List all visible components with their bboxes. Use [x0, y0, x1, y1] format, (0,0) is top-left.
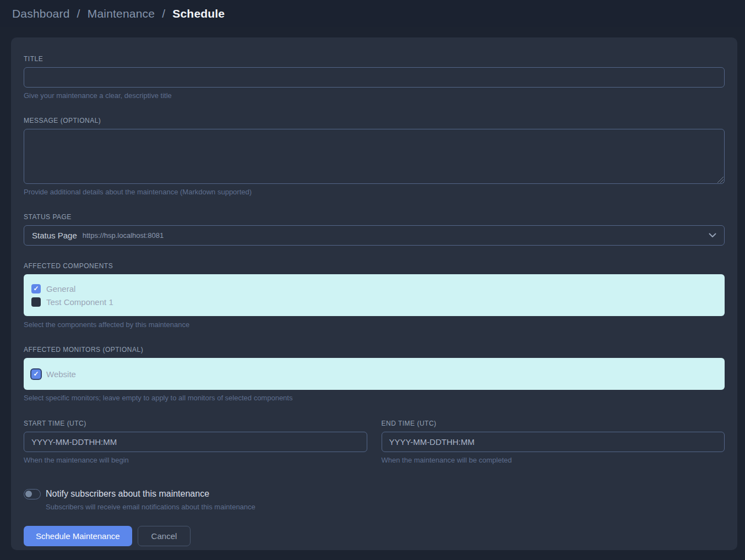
start-time-input[interactable]: [24, 432, 367, 452]
affected-monitors-helper: Select specific monitors; leave empty to…: [24, 394, 725, 402]
action-buttons: Schedule Maintenance Cancel: [24, 526, 725, 546]
end-time-section: END TIME (UTC) When the maintenance will…: [382, 420, 725, 464]
message-label: MESSAGE (OPTIONAL): [24, 117, 725, 124]
notify-label: Notify subscribers about this maintenanc…: [46, 488, 255, 500]
start-time-helper: When the maintenance will begin: [24, 456, 367, 464]
start-time-section: START TIME (UTC) When the maintenance wi…: [24, 420, 367, 464]
status-page-select[interactable]: Status Page https://hsp.localhost:8081: [24, 225, 725, 246]
end-time-label: END TIME (UTC): [382, 420, 725, 427]
schedule-maintenance-button[interactable]: Schedule Maintenance: [24, 526, 132, 546]
notify-text-block: Notify subscribers about this maintenanc…: [46, 488, 255, 511]
checkbox-icon[interactable]: [31, 369, 41, 379]
component-option-row[interactable]: General: [31, 282, 717, 295]
component-option-label: Test Component 1: [46, 297, 113, 307]
affected-monitors-box: Website: [24, 358, 725, 390]
message-textarea-wrap: [24, 129, 725, 184]
time-row: START TIME (UTC) When the maintenance wi…: [24, 420, 725, 464]
monitor-option-label: Website: [46, 369, 76, 379]
breadcrumb: Dashboard / Maintenance / Schedule: [12, 7, 733, 20]
breadcrumb-link-maintenance[interactable]: Maintenance: [88, 7, 155, 20]
cancel-button[interactable]: Cancel: [138, 526, 191, 546]
title-helper: Give your maintenance a clear, descripti…: [24, 92, 725, 100]
notify-toggle[interactable]: [24, 489, 41, 499]
title-label: TITLE: [24, 55, 725, 63]
title-section: TITLE Give your maintenance a clear, des…: [24, 55, 725, 100]
message-helper: Provide additional details about the mai…: [24, 188, 725, 196]
breadcrumb-link-dashboard[interactable]: Dashboard: [12, 7, 70, 20]
affected-monitors-section: AFFECTED MONITORS (OPTIONAL) Website Sel…: [24, 346, 725, 402]
chevron-down-icon: [709, 233, 716, 238]
status-page-section: STATUS PAGE Status Page https://hsp.loca…: [24, 213, 725, 246]
status-page-selected-name: Status Page: [32, 231, 77, 240]
status-page-selected-url: https://hsp.localhost:8081: [83, 231, 164, 240]
affected-monitors-label: AFFECTED MONITORS (OPTIONAL): [24, 346, 725, 354]
breadcrumb-separator: /: [162, 7, 165, 20]
end-time-helper: When the maintenance will be completed: [382, 456, 725, 464]
message-textarea[interactable]: [24, 129, 725, 184]
monitor-option-row[interactable]: Website: [31, 367, 717, 380]
checkbox-icon[interactable]: [31, 284, 41, 293]
checkbox-icon[interactable]: [31, 297, 41, 307]
affected-components-label: AFFECTED COMPONENTS: [24, 262, 725, 270]
component-option-row[interactable]: Test Component 1: [31, 295, 717, 308]
start-time-label: START TIME (UTC): [24, 420, 367, 427]
breadcrumb-separator: /: [77, 7, 80, 20]
component-option-label: General: [46, 284, 75, 293]
message-section: MESSAGE (OPTIONAL) Provide additional de…: [24, 117, 725, 196]
affected-components-box: General Test Component 1: [24, 274, 725, 316]
schedule-maintenance-form-card: TITLE Give your maintenance a clear, des…: [11, 37, 737, 550]
end-time-input[interactable]: [382, 432, 725, 452]
notify-section: Notify subscribers about this maintenanc…: [24, 488, 725, 511]
status-page-label: STATUS PAGE: [24, 213, 725, 221]
affected-components-helper: Select the components affected by this m…: [24, 321, 725, 329]
notify-helper: Subscribers will receive email notificat…: [46, 503, 255, 511]
toggle-knob-icon: [25, 491, 32, 497]
affected-components-section: AFFECTED COMPONENTS General Test Compone…: [24, 262, 725, 329]
title-input[interactable]: [24, 67, 725, 88]
breadcrumb-current-schedule: Schedule: [172, 7, 225, 20]
top-bar: Dashboard / Maintenance / Schedule: [0, 0, 745, 27]
